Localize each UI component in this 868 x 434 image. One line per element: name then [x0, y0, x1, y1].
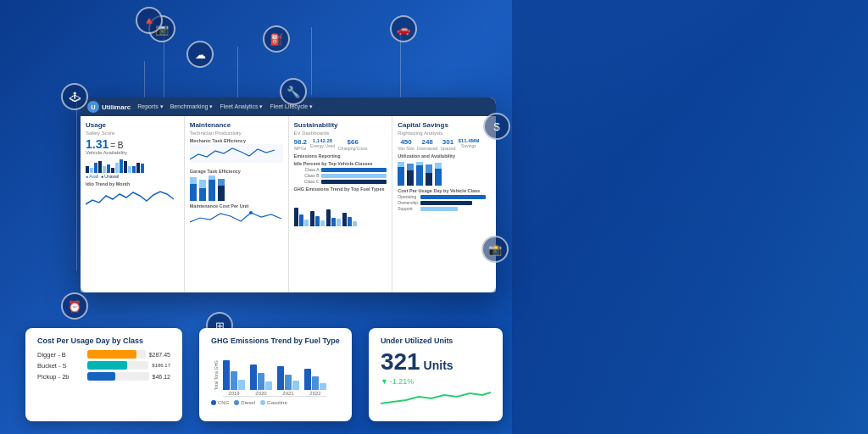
ghg-legend: CNG Diesel Gasoline: [211, 400, 340, 405]
year-2020: 2020: [250, 364, 272, 396]
ghg-chart-wrapper: Total Tons GHG 2019: [211, 350, 340, 400]
change-value: -1.21%: [390, 377, 415, 386]
car-icon: 🚗: [390, 15, 417, 42]
bucket-bar: [87, 361, 148, 370]
idle-bars: Class A Class B Class C: [294, 167, 387, 184]
navbar-logo: U Utilimarc: [87, 101, 131, 113]
down-label: Downsized: [417, 146, 437, 151]
maintenance-panel: Maintenance Technician Productivity Mech…: [185, 116, 288, 292]
van-value: 450: [398, 138, 415, 146]
gas-pump-icon: ⛽: [263, 25, 290, 53]
cost-row-digger: Digger - B $287.45: [37, 350, 170, 359]
diesel-legend: Diesel: [234, 400, 255, 405]
gamepad-icon: 🕹: [61, 83, 88, 110]
nav-reports[interactable]: Reports ▾: [137, 103, 163, 110]
utilized-change: ▼ -1.21%: [381, 377, 491, 386]
mpge-value: 98.2: [294, 138, 308, 146]
capital-title: Capital Savings: [398, 121, 491, 129]
up-label: Upsized: [440, 146, 455, 151]
emissions-title: Emissions Reporting: [294, 153, 387, 159]
mechanic-chart: [190, 144, 283, 163]
vline-1: [164, 32, 164, 100]
nav-benchmarking[interactable]: Benchmarking ▾: [170, 103, 214, 110]
up-metric: 301 Upsized: [440, 138, 455, 151]
clock-icon: ⏰: [61, 292, 88, 320]
digger-value: $287.45: [149, 352, 170, 358]
cost-card-title: Cost Per Usage Day by Class: [37, 337, 170, 345]
availability-label: Vehicle Availability: [86, 150, 179, 155]
cloud-icon: ☁: [186, 41, 214, 68]
trend-chart: [86, 187, 179, 209]
up-value: 301: [440, 138, 455, 146]
year-2021: 2021: [277, 366, 299, 396]
savings-label: Savings: [458, 143, 479, 148]
logo-text: Utilimarc: [102, 103, 131, 111]
down-arrow-icon: ▼: [381, 377, 388, 386]
gasoline-dot: [260, 400, 265, 405]
year-2020-label: 2020: [255, 391, 266, 396]
digger-label: Digger - B: [37, 351, 84, 359]
nav-fleet-analytics[interactable]: Fleet Analytics ▾: [220, 103, 263, 110]
cost-per-unit-title: Maintenance Cost Per Unit: [190, 203, 283, 209]
cost-chart-title: Cost Per Usage Day by Vehicle Class: [398, 188, 491, 193]
cng-label: CNG: [218, 400, 229, 405]
sustainability-panel: Sustainability EV Dashboards 98.2 MPGe 1…: [289, 116, 392, 292]
dashboard-grid: Usage Safety Score 1.31 = B Vehicle Avai…: [81, 116, 496, 292]
cost-row-bucket: Bucket - S $186.17: [37, 361, 170, 370]
mpge-metric: 98.2 MPGe: [294, 138, 308, 151]
bottom-cards: Cost Per Usage Day by Class Digger - B $…: [25, 328, 503, 421]
utilized-sparkline: [381, 388, 491, 409]
under-utilized-card: Under Utilized Units 321 Units ▼ -1.21%: [369, 328, 503, 421]
year-2022-label: 2022: [309, 391, 320, 396]
utilized-number: 321: [381, 350, 420, 374]
down-metric: 248 Downsized: [417, 138, 437, 151]
ghg-bar-chart: 2019 2020 2021: [223, 350, 326, 397]
sustainability-title: Sustainability: [294, 121, 387, 129]
usage-title: Usage: [86, 121, 179, 129]
bucket-fill: [87, 361, 127, 370]
utilized-units: Units: [424, 359, 453, 372]
year-2019-label: 2019: [228, 391, 239, 396]
ghg-card-title: GHG Emissions Trend by Fuel Type: [211, 337, 340, 345]
utilization-title: Utilization and Availability: [398, 153, 491, 159]
cost-per-unit-chart: [190, 209, 283, 225]
savings-metric: $11.4MM Savings: [458, 138, 479, 151]
ghg-card: GHG Emissions Trend by Fuel Type Total T…: [199, 328, 352, 421]
capital-savings-panel: Capital Savings Rightsizing Analysis 450…: [392, 116, 496, 292]
year-2019: 2019: [223, 360, 245, 396]
van-metric: 450 Van Size: [398, 138, 415, 151]
cost-table: Digger - B $287.45 Bucket - S $186.17 Pi…: [37, 350, 170, 381]
maintenance-subtitle: Technician Productivity: [190, 131, 283, 136]
svg-rect-0: [190, 144, 283, 163]
availability-chart: [86, 158, 179, 173]
navbar-items[interactable]: Reports ▾ Benchmarking ▾ Fleet Analytics…: [137, 103, 313, 110]
pickup-label: Pickup - 2b: [37, 373, 84, 381]
diesel-dot: [234, 400, 239, 405]
capital-subtitle: Rightsizing Analysis: [398, 131, 491, 136]
workers-bg: [512, 0, 868, 434]
year-2022: 2022: [304, 369, 326, 396]
garage-title: Garage Task Efficiency: [190, 169, 283, 174]
gasoline-legend: Gasoline: [260, 400, 287, 405]
cost-metric: $66 Charging/Costs: [338, 138, 367, 151]
year-2021-label: 2021: [282, 391, 293, 396]
bucket-label: Bucket - S: [37, 362, 84, 370]
bucket-value: $186.17: [152, 363, 170, 368]
utilized-value-row: 321 Units: [381, 350, 491, 374]
vline-2: [237, 47, 238, 97]
pickup-bar: [87, 372, 149, 381]
cost-value: $66: [338, 138, 367, 146]
ghg-chart-title: GHG Emissions Trend by Top Fuel Types: [294, 186, 387, 192]
cost-row-pickup: Pickup - 2b $46.12: [37, 372, 170, 381]
tools-icon: 🔧: [280, 78, 307, 105]
trend-label: Idio Trend by Month: [86, 181, 179, 186]
mpge-label: MPGe: [294, 146, 308, 151]
sustainability-subtitle: EV Dashboards: [294, 131, 387, 136]
cng-legend: CNG: [211, 400, 229, 405]
garage-chart: [190, 175, 283, 201]
vline-6: [76, 102, 77, 271]
ghg-emissions-chart: [294, 192, 387, 226]
svg-point-1: [249, 211, 253, 214]
maintenance-title: Maintenance: [190, 121, 283, 129]
photo-icon: 📸: [481, 236, 509, 263]
